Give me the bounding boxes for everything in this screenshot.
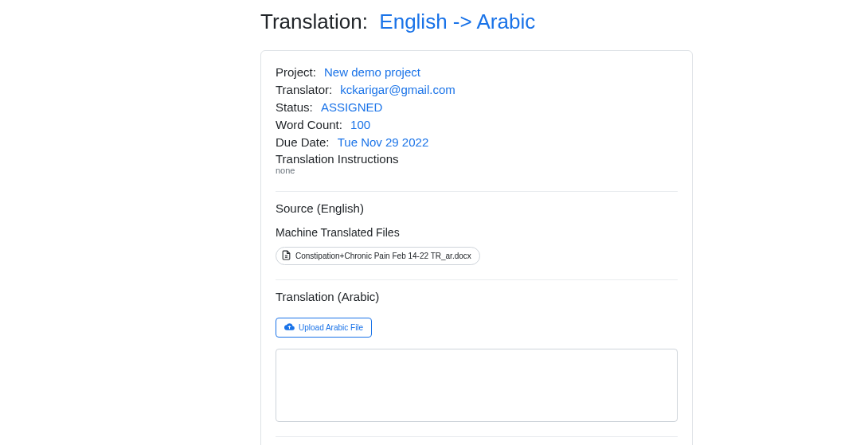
instructions-label: Translation Instructions xyxy=(276,152,678,166)
meta-project: Project: New demo project xyxy=(276,64,678,80)
mt-file-chip[interactable]: Constipation+Chronic Pain Feb 14-22 TR_a… xyxy=(276,247,480,265)
translation-card: Project: New demo project Translator: kc… xyxy=(260,50,693,445)
mt-files-heading: Machine Translated Files xyxy=(276,226,678,239)
page-title-row: Translation: English -> Arabic xyxy=(260,10,868,34)
meta-wordcount: Word Count: 100 xyxy=(276,116,678,133)
instructions-input[interactable] xyxy=(276,166,678,180)
meta-wordcount-label: Word Count: xyxy=(276,118,342,131)
project-link[interactable]: New demo project xyxy=(324,65,420,79)
source-heading: Source (English) xyxy=(276,201,678,215)
wordcount-value: 100 xyxy=(350,118,370,131)
cloud-upload-icon xyxy=(284,322,299,334)
meta-duedate-label: Due Date: xyxy=(276,135,330,149)
mt-file-name: Constipation+Chronic Pain Feb 14-22 TR_a… xyxy=(295,252,471,260)
page-title-value: English -> Arabic xyxy=(379,10,535,33)
translation-textarea[interactable] xyxy=(276,349,678,422)
meta-translator: Translator: kckarigar@gmail.com xyxy=(276,81,678,98)
file-icon xyxy=(281,250,295,262)
status-badge: ASSIGNED xyxy=(321,100,383,114)
upload-file-button[interactable]: Upload Arabic File xyxy=(276,318,372,338)
divider xyxy=(276,436,678,437)
meta-translator-label: Translator: xyxy=(276,83,332,96)
meta-status: Status: ASSIGNED xyxy=(276,99,678,115)
divider xyxy=(276,191,678,192)
divider xyxy=(276,279,678,280)
meta-duedate: Due Date: Tue Nov 29 2022 xyxy=(276,134,678,150)
translator-link[interactable]: kckarigar@gmail.com xyxy=(340,83,455,96)
translation-heading: Translation (Arabic) xyxy=(276,290,678,303)
meta-project-label: Project: xyxy=(276,65,316,79)
meta-status-label: Status: xyxy=(276,100,313,114)
upload-button-label: Upload Arabic File xyxy=(299,323,363,332)
page-title-label: Translation: xyxy=(260,10,368,33)
duedate-value: Tue Nov 29 2022 xyxy=(338,135,429,149)
